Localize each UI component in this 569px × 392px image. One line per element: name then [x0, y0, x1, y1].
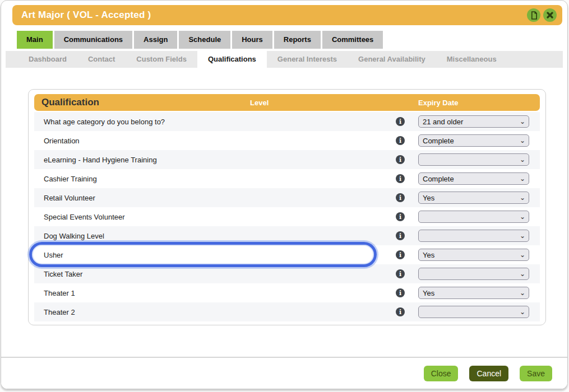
title-bar: Art Major ( VOL - Accepted ) [12, 5, 562, 25]
info-icon[interactable]: i [396, 193, 405, 202]
subtab-miscellaneous[interactable]: Miscellaneous [436, 51, 507, 68]
level-select[interactable] [418, 153, 529, 166]
qualification-row: Theater 1iYes⌄ [34, 283, 540, 302]
level-select[interactable] [418, 306, 529, 318]
qualification-row: Theater 2i⌄ [34, 302, 540, 321]
level-select-wrap: ⌄ [418, 153, 529, 166]
column-header-level: Level [250, 99, 418, 107]
qualifications-header-row: Qualification Level Expiry Date [34, 94, 540, 111]
subtab-custom-fields[interactable]: Custom Fields [126, 51, 197, 68]
tab-schedule[interactable]: Schedule [179, 31, 230, 49]
column-header-qualification: Qualification [34, 97, 250, 108]
qualification-label: Theater 1 [34, 289, 250, 297]
qualification-row: OrientationiComplete⌄ [34, 131, 540, 150]
tab-reports[interactable]: Reports [274, 31, 321, 49]
sub-tab-bar: DashboardContactCustom FieldsQualificati… [6, 51, 563, 68]
level-select-wrap: Complete⌄ [418, 172, 529, 185]
qualification-label: Special Events Volunteer [34, 213, 250, 221]
tab-assign[interactable]: Assign [134, 31, 177, 49]
level-select-wrap: ⌄ [418, 268, 529, 280]
level-select-wrap: ⌄ [418, 230, 529, 242]
subtab-general-interests[interactable]: General Interests [267, 51, 348, 68]
subtab-general-availability[interactable]: General Availability [348, 51, 436, 68]
info-icon[interactable]: i [396, 250, 405, 259]
qualification-label: Ticket Taker [34, 270, 250, 278]
subtab-contact[interactable]: Contact [77, 51, 126, 68]
close-button[interactable]: Close [424, 366, 459, 381]
level-select-wrap: ⌄ [418, 211, 529, 223]
tab-main[interactable]: Main [17, 31, 53, 49]
volunteer-profile-modal: Art Major ( VOL - Accepted ) MainCommuni… [1, 0, 568, 389]
main-tab-bar: MainCommunicationsAssignScheduleHoursRep… [17, 31, 383, 49]
qualification-label: eLearning - Hand Hygiene Training [34, 156, 250, 164]
qualification-row: eLearning - Hand Hygiene Trainingi⌄ [34, 150, 540, 169]
document-icon [530, 11, 538, 20]
level-select-wrap: 21 and older⌄ [418, 115, 529, 128]
info-icon[interactable]: i [396, 117, 405, 126]
save-button[interactable]: Save [520, 366, 552, 381]
tab-communications[interactable]: Communications [54, 31, 132, 49]
level-select[interactable]: Yes [418, 249, 529, 261]
qualification-label: Theater 2 [34, 308, 250, 316]
tab-hours[interactable]: Hours [232, 31, 272, 49]
info-icon[interactable]: i [396, 174, 405, 183]
qualifications-panel: Qualification Level Expiry Date What age… [28, 89, 546, 325]
info-icon[interactable]: i [396, 231, 405, 240]
qualification-label: Dog Walking Level [34, 232, 250, 240]
qualification-row: Special Events Volunteeri⌄ [34, 207, 540, 226]
close-icon [547, 12, 553, 18]
info-icon[interactable]: i [396, 288, 405, 297]
level-select[interactable] [418, 268, 529, 280]
subtab-qualifications[interactable]: Qualifications [197, 51, 267, 68]
level-select[interactable]: Yes [418, 192, 529, 204]
level-select[interactable]: Complete [418, 134, 529, 147]
qualification-rows: What age category do you belong to?i21 a… [34, 112, 540, 321]
level-select-wrap: Yes⌄ [418, 249, 529, 261]
info-icon[interactable]: i [396, 155, 405, 164]
footer-action-bar: CloseCancelSave [1, 357, 567, 389]
close-button[interactable] [543, 8, 557, 22]
level-select[interactable]: 21 and older [418, 115, 529, 128]
qualification-label: Cashier Training [34, 175, 250, 183]
column-header-expiry-date: Expiry Date [418, 99, 540, 107]
info-icon[interactable]: i [396, 212, 405, 221]
level-select[interactable]: Yes [418, 287, 529, 299]
qualification-row: Ticket Takeri⌄ [34, 264, 540, 283]
cancel-button[interactable]: Cancel [469, 366, 508, 381]
level-select[interactable] [418, 211, 529, 223]
qualification-row: Retail VolunteeriYes⌄ [34, 188, 540, 207]
level-select-wrap: Yes⌄ [418, 287, 529, 299]
info-icon[interactable]: i [396, 269, 405, 278]
qualification-row: Dog Walking Leveli⌄ [34, 226, 540, 245]
qualification-label: Usher [34, 251, 250, 259]
qualification-row: What age category do you belong to?i21 a… [34, 112, 540, 131]
qualification-row: UsheriYes⌄ [34, 245, 540, 264]
qualification-label: Orientation [34, 137, 250, 145]
subtab-dashboard[interactable]: Dashboard [18, 51, 77, 68]
page-title: Art Major ( VOL - Accepted ) [21, 10, 524, 21]
level-select[interactable] [418, 230, 529, 242]
level-select-wrap: Yes⌄ [418, 192, 529, 204]
tab-committees[interactable]: Committees [322, 31, 383, 49]
level-select-wrap: Complete⌄ [418, 134, 529, 147]
qualification-row: Cashier TrainingiComplete⌄ [34, 169, 540, 188]
info-icon[interactable]: i [396, 136, 405, 145]
info-icon[interactable]: i [396, 307, 405, 316]
level-select[interactable]: Complete [418, 172, 529, 185]
qualification-label: What age category do you belong to? [34, 118, 250, 126]
document-button[interactable] [527, 8, 540, 22]
level-select-wrap: ⌄ [418, 306, 529, 318]
qualification-label: Retail Volunteer [34, 194, 250, 202]
